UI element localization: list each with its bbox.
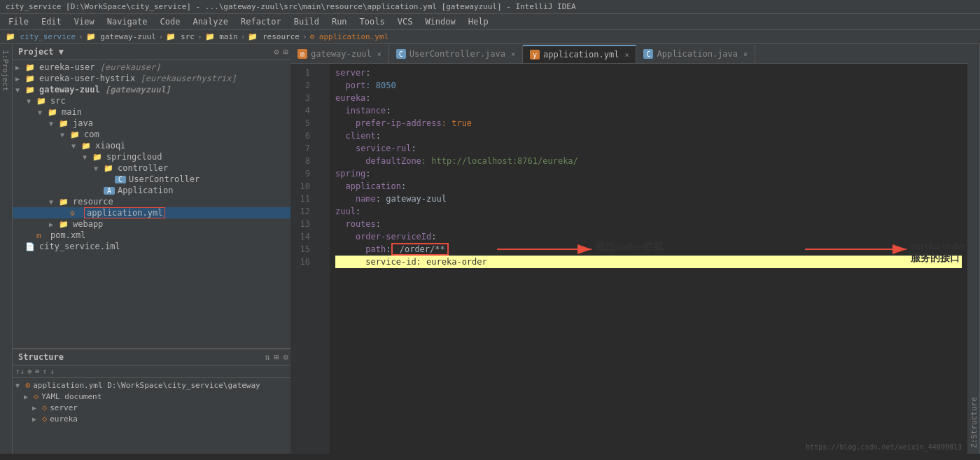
tree-item-6[interactable]: ▼📁com [13,129,303,140]
tree-arrow-14[interactable]: ▶ [49,221,59,228]
add-icon[interactable]: ⊕ [27,367,32,376]
menu-item-code[interactable]: Code [155,15,186,28]
inherited-icon[interactable]: ↑ [43,367,48,376]
tab-close-UserController[interactable]: × [511,50,515,58]
tree-item-9[interactable]: ▼📁controller [13,162,303,174]
tree-item-14[interactable]: ▶📁webapp [13,218,303,230]
menu-item-window[interactable]: Window [419,15,461,28]
struct-arrow-1[interactable]: ▶ [24,393,34,400]
tree-arrow-9[interactable]: ▼ [94,165,104,172]
code-line-6: client: [335,130,962,142]
breadcrumb-item-2[interactable]: 📁 src [166,32,195,41]
tree-item-16[interactable]: 📄city_service.iml [13,241,303,252]
struct-arrow-2[interactable]: ▶ [32,404,42,412]
menu-item-view[interactable]: View [69,15,100,28]
filter-icon[interactable]: ⊞ [274,352,279,362]
tab-application-yml[interactable]: yapplication.yml× [523,45,636,63]
tree-item-4[interactable]: ▼📁main [13,106,303,118]
menu-item-file[interactable]: File [3,15,34,28]
line-number-4: 4 [293,104,310,117]
breadcrumb-item-1[interactable]: 📁 gateway-zuul [86,32,156,41]
z-structure-tab[interactable]: Z:Structure [967,44,980,454]
tab-close-gateway-zuul[interactable]: × [377,50,382,58]
breadcrumb-item-5[interactable]: ⚙ application.yml [310,32,389,41]
tree-arrow-0[interactable]: ▶ [15,64,25,71]
struct-arrow-3[interactable]: ▶ [32,415,42,423]
tree-icon-11: A [104,187,115,195]
tree-label-6: com [84,130,99,139]
menu-item-refactor[interactable]: Refactor [235,15,287,28]
structure-item-3[interactable]: ▶◇eureka [13,413,303,424]
tab-close-application-yml[interactable]: × [624,51,629,59]
tab-icon-UserController: C [396,49,406,59]
tree-arrow-8[interactable]: ▼ [83,153,92,161]
tree-item-5[interactable]: ▼📁java [13,118,303,129]
tree-item-15[interactable]: mpom.xml [13,230,303,241]
code-line-5: prefer-ip-address: true [335,117,962,130]
structure-toolbar: ↑↓ ⊕ ≡ ↑ ↓ [13,365,303,378]
menu-item-help[interactable]: Help [463,15,494,28]
menu-item-analyze[interactable]: Analyze [187,15,234,28]
code-line-15: path: /order/** [335,243,962,256]
menu-item-vcs[interactable]: VCS [392,15,419,28]
tree-arrow-2[interactable]: ▼ [15,86,25,94]
structure-item-1[interactable]: ▶◇YAML document [13,391,303,402]
tree-arrow-7[interactable]: ▼ [71,142,81,150]
tree-item-7[interactable]: ▼📁xiaoqi [13,140,303,151]
tree-arrow-1[interactable]: ▶ [15,75,25,83]
breadcrumb-sep-1: › [159,32,164,41]
tree-item-11[interactable]: AApplication [13,185,303,196]
settings-icon[interactable]: ⚙ [284,352,288,362]
menu-item-edit[interactable]: Edit [36,15,67,28]
tree-item-0[interactable]: ▶📁eureka-user [eurekauser] [13,62,303,73]
gear-icon[interactable]: ⚙ [274,47,279,57]
tree-item-3[interactable]: ▼📁src [13,95,303,106]
tree-item-13[interactable]: ⚙application.yml [13,207,303,218]
code-line-10: application: [335,180,962,193]
struct-icon-0: ⚙ [25,380,30,390]
menu-item-run[interactable]: Run [326,15,353,28]
struct-label-3: eureka [50,414,78,424]
tab-close-Application-java[interactable]: × [743,50,748,58]
fields-icon[interactable]: ↓ [50,367,55,376]
line-number-8: 8 [293,155,310,167]
tab-UserController[interactable]: CUserController.java× [389,45,523,63]
tree-arrow-4[interactable]: ▼ [38,109,48,116]
tab-gateway-zuul[interactable]: mgateway-zuul× [290,45,389,63]
sort-icon[interactable]: ⇅ [265,352,270,362]
menu-item-tools[interactable]: Tools [354,15,391,28]
struct-arrow-0[interactable]: ▼ [15,382,25,389]
menu-item-build[interactable]: Build [288,15,325,28]
breadcrumb-item-0[interactable]: 📁 city_service [6,32,76,41]
breadcrumb-item-3[interactable]: 📁 main [205,32,238,41]
tree-label-0: eureka-user [eurekauser] [39,62,160,72]
sort-alpha-icon[interactable]: ↑↓ [15,367,24,376]
tree-arrow-12[interactable]: ▼ [49,198,59,206]
tree-label-7: xiaoqi [95,141,125,151]
members-icon[interactable]: ≡ [35,367,40,376]
line-number-16: 16 [293,256,310,268]
tree-arrow-3[interactable]: ▼ [27,97,36,105]
structure-content: ▼⚙application.yml D:\WorkSpace\city_serv… [13,378,303,454]
tab-Application-java[interactable]: CApplication.java× [636,45,755,63]
structure-item-2[interactable]: ▶◇server [13,402,303,413]
breadcrumb: 📁 city_service › 📁 gateway-zuul › 📁 src … [0,30,980,44]
tree-item-12[interactable]: ▼📁resource [13,196,303,207]
tree-label-1: eureka-user-hystrix [eurekauserhystrix] [39,74,237,83]
menu-item-navigate[interactable]: Navigate [102,15,153,28]
tree-arrow-6[interactable]: ▼ [60,131,70,139]
code-content[interactable]: server: port: 8050eureka: instance: pref… [330,64,967,454]
tree-item-10[interactable]: CUserController [13,174,303,185]
tree-icon-15: m [36,231,48,240]
code-line-14: order-serviceId: [335,230,962,243]
structure-item-0[interactable]: ▼⚙application.yml D:\WorkSpace\city_serv… [13,379,303,391]
tree-item-1[interactable]: ▶📁eureka-user-hystrix [eurekauserhystrix… [13,73,303,84]
tree-icon-4: 📁 [48,108,59,117]
breadcrumb-item-4[interactable]: 📁 resource [248,32,300,41]
tree-item-8[interactable]: ▼📁springcloud [13,151,303,162]
tree-arrow-5[interactable]: ▼ [49,120,59,127]
project-side-tab[interactable]: 1:Project [0,44,13,454]
tree-item-2[interactable]: ▼📁gateway-zuul [gatewayzuul] [13,84,303,95]
expand-icon[interactable]: ⊞ [284,47,288,57]
tab-label-Application-java: Application.java [657,49,738,59]
